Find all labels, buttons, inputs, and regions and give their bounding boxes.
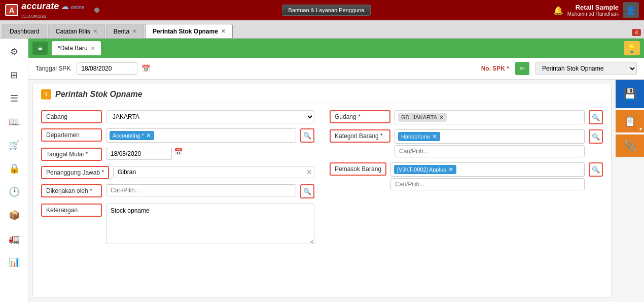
logo-text-area: accurate ☁ online v1.0.0#8292: [21, 1, 84, 19]
kategori-tag-text: Handphone: [401, 133, 430, 140]
edit-spk-button[interactable]: ✏: [515, 62, 529, 75]
top-bar: A accurate ☁ online v1.0.0#8292 Bantuan …: [0, 0, 644, 20]
user-sub: Muhammad Ramdhani: [567, 11, 619, 17]
departemen-row: Departemen Accounting * ✕ 🔍: [41, 128, 314, 143]
tab-berita-close[interactable]: ✕: [132, 28, 136, 34]
tab-dashboard[interactable]: Dashboard: [2, 24, 47, 38]
sidebar: ⚙ ⊞ ☰ 📖 🛒 🔒 🕐 📦 🚛 📊: [0, 39, 28, 302]
attach-chevron-icon: ▼: [638, 296, 643, 301]
top-center: Bantuan & Layanan Pengguna: [104, 5, 548, 16]
tanggal-mulai-calendar-icon[interactable]: 📅: [174, 148, 183, 156]
attach-icon: 📎: [624, 140, 636, 152]
kategori-tag-field: Handphone ✕: [395, 129, 585, 144]
cabang-label: Cabang: [41, 110, 102, 123]
lightbulb-button[interactable]: 💡: [624, 41, 640, 55]
sidebar-book[interactable]: 📖: [3, 111, 25, 133]
kategori-search-button[interactable]: 🔍: [589, 129, 603, 144]
content-area: ≡ *Data Baru ✕ 💡 Tanggal SPK 📅 No. SPK *…: [28, 39, 644, 302]
avatar[interactable]: 👤: [623, 2, 639, 18]
form-body: Cabang JAKARTA Departemen Accounting *: [33, 103, 611, 251]
no-spk-label: No. SPK *: [481, 65, 509, 72]
kategori-search-input[interactable]: [395, 145, 585, 157]
tanggal-mulai-input[interactable]: [106, 148, 172, 160]
pemasok-tag-text: [VJKT-0002] Applus: [397, 166, 446, 173]
departemen-tag: Accounting * ✕: [110, 131, 154, 140]
pemasok-search-button[interactable]: 🔍: [589, 162, 603, 177]
tab-berita[interactable]: Berita ✕: [106, 24, 144, 38]
pemasok-tag-field: [VJKT-0002] Applus ✕: [390, 162, 585, 177]
logo-text: accurate: [21, 1, 59, 11]
keterangan-row: Keterangan Stock opname: [41, 204, 314, 244]
tab-catatan-close[interactable]: ✕: [93, 28, 97, 34]
tab-perintah[interactable]: Perintah Stok Opname ✕: [145, 24, 233, 38]
top-right: 🔔 Retail Sample Muhammad Ramdhani 👤: [553, 2, 639, 18]
penanggung-row: Penanggung Jawab * ✕: [41, 166, 314, 179]
penanggung-clear-button[interactable]: ✕: [306, 168, 312, 176]
penanggung-input[interactable]: [113, 166, 314, 178]
sidebar-chart[interactable]: 📊: [3, 251, 25, 273]
main-layout: ⚙ ⊞ ☰ 📖 🛒 🔒 🕐 📦 🚛 📊 ≡ *Data Baru ✕ 💡 Tan…: [0, 39, 644, 302]
tab-catatan-rilis[interactable]: Catatan Rilis ✕: [48, 24, 105, 38]
penanggung-wrap: ✕: [113, 166, 314, 178]
pemasok-tag: [VJKT-0002] Applus ✕: [394, 165, 456, 174]
list-icon: 📋: [624, 115, 636, 127]
departemen-tag-field: Accounting * ✕: [106, 128, 296, 143]
gudang-tag-field: GD. JAKARTA ✕: [395, 110, 585, 124]
pemasok-label: Pemasok Barang: [330, 162, 386, 176]
pemasok-search-input[interactable]: [390, 178, 585, 190]
form-title: Perintah Stok Opname: [55, 90, 142, 99]
cabang-select[interactable]: JAKARTA: [106, 110, 314, 123]
gudang-tag-remove[interactable]: ✕: [439, 114, 444, 121]
save-button[interactable]: 💾: [616, 80, 644, 108]
sidebar-truck[interactable]: 🚛: [3, 227, 25, 250]
bell-icon[interactable]: 🔔: [553, 6, 563, 15]
gudang-tag: GD. JAKARTA ✕: [398, 113, 447, 122]
kategori-field: Handphone ✕: [395, 129, 585, 157]
logo-a: A: [9, 6, 14, 14]
sub-tab-bar: ≡ *Data Baru ✕ 💡: [28, 39, 644, 58]
sub-tab-label: *Data Baru: [58, 45, 88, 52]
sidebar-box[interactable]: 📦: [3, 204, 25, 226]
gudang-tag-text: GD. JAKARTA: [401, 114, 437, 120]
dikerjakan-search-button[interactable]: 🔍: [300, 184, 314, 198]
keterangan-label: Keterangan: [41, 204, 102, 217]
sub-tab-data-baru[interactable]: *Data Baru ✕: [52, 41, 101, 55]
sub-tab-close[interactable]: ✕: [91, 46, 95, 51]
gudang-row: Gudang * GD. JAKARTA ✕ 🔍: [330, 110, 603, 124]
keterangan-textarea[interactable]: Stock opname: [106, 204, 314, 244]
dikerjakan-input[interactable]: [106, 184, 296, 196]
sidebar-dashboard[interactable]: ⊞: [3, 64, 25, 86]
logo-sub: online: [70, 5, 84, 10]
kategori-tag: Handphone ✕: [398, 132, 440, 141]
departemen-tag-remove[interactable]: ✕: [146, 132, 151, 139]
sidebar-clock[interactable]: 🕐: [3, 181, 25, 203]
pemasok-tag-remove[interactable]: ✕: [448, 166, 453, 173]
sidebar-lock[interactable]: 🔒: [3, 157, 25, 180]
list-view-button[interactable]: ≡: [32, 42, 48, 55]
version-text: v1.0.0#8292: [21, 14, 47, 19]
user-info: Retail Sample Muhammad Ramdhani: [567, 4, 619, 17]
sidebar-list[interactable]: ☰: [3, 87, 25, 110]
tab-perintah-close[interactable]: ✕: [221, 28, 225, 34]
tanggal-spk-input[interactable]: [77, 62, 137, 75]
dikerjakan-label: Dikerjakan oleh *: [41, 184, 102, 197]
calendar-icon[interactable]: 📅: [141, 64, 150, 73]
bantuan-button[interactable]: Bantuan & Layanan Pengguna: [282, 5, 371, 16]
kategori-tag-remove[interactable]: ✕: [432, 133, 437, 140]
tab-berita-label: Berita: [114, 28, 129, 35]
tab-catatan-label: Catatan Rilis: [56, 28, 90, 35]
form-header: i Perintah Stok Opname: [33, 84, 611, 103]
gudang-label: Gudang *: [330, 110, 390, 123]
gudang-search-button[interactable]: 🔍: [589, 110, 603, 124]
sidebar-settings[interactable]: ⚙: [3, 41, 25, 63]
attach-button[interactable]: 📎 ▼: [616, 135, 644, 157]
spk-type-select[interactable]: Perintah Stok Opname: [535, 62, 637, 75]
right-side-actions: 💾 📋 ▼ 📎 ▼: [616, 80, 644, 302]
tanggal-spk-label: Tanggal SPK: [35, 65, 70, 72]
sidebar-cart[interactable]: 🛒: [3, 134, 25, 156]
logo-badge: A: [5, 4, 18, 16]
penanggung-label: Penanggung Jawab *: [41, 166, 109, 179]
departemen-search-button[interactable]: 🔍: [300, 128, 314, 143]
tab-dashboard-label: Dashboard: [10, 28, 40, 35]
list-button[interactable]: 📋 ▼: [616, 110, 644, 132]
